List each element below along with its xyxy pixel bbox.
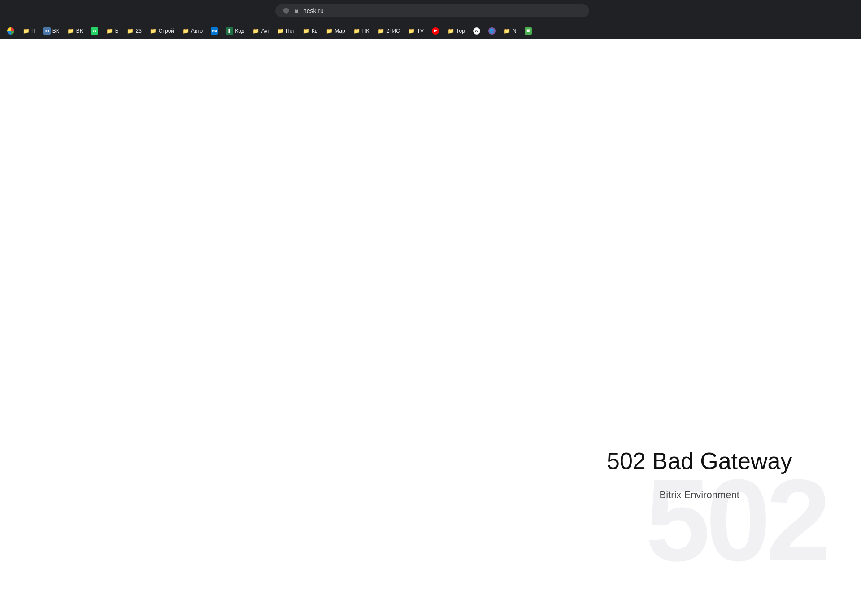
error-subtitle: Bitrix Environment — [607, 489, 792, 501]
ms-icon: MS — [211, 27, 218, 35]
folder-icon: 📁 — [150, 27, 157, 35]
bookmark-label: Пог — [286, 28, 295, 34]
folder-icon: 📁 — [377, 27, 384, 35]
page-content: 502 502 Bad Gateway Bitrix Environment — [0, 39, 861, 616]
address-bar-input[interactable]: nesk.ru — [275, 4, 589, 17]
lock-icon — [293, 8, 300, 14]
bookmark-vk2[interactable]: 📁 ВК — [64, 26, 87, 36]
bookmark-label: Avi — [261, 28, 269, 34]
bookmark-label: ВК — [52, 28, 59, 34]
youtube-icon: ▶ — [432, 27, 439, 35]
bookmark-label: Строй — [159, 28, 174, 34]
bookmark-wa[interactable]: W — [87, 26, 102, 36]
folder-icon: 📁 — [353, 27, 361, 35]
folder-icon: 📁 — [303, 27, 310, 35]
folder-icon: 📁 — [408, 27, 415, 35]
image-app-icon: ▣ — [525, 27, 532, 35]
bookmark-kv[interactable]: 📁 Кв — [299, 26, 321, 36]
bookmark-pk[interactable]: 📁 ПК — [350, 26, 373, 36]
bookmark-label: П — [31, 28, 35, 34]
bookmark-globe[interactable]: 🌐 — [485, 26, 499, 36]
folder-icon: 📁 — [326, 27, 333, 35]
bookmark-label: 23 — [136, 28, 142, 34]
address-bar: nesk.ru — [0, 0, 861, 22]
bookmark-label: N — [513, 28, 517, 34]
bookmarks-bar: 📁 П вк ВК 📁 ВК W 📁 Б 📁 23 📁 Строй 📁 — [0, 22, 861, 39]
bookmark-label: ВК — [76, 28, 83, 34]
bar-icon: ▌ — [226, 27, 233, 35]
bookmark-n[interactable]: 📁 N — [500, 26, 520, 36]
folder-icon: 📁 — [447, 27, 454, 35]
error-container: 502 Bad Gateway Bitrix Environment — [607, 447, 792, 501]
folder-icon: 📁 — [127, 27, 134, 35]
shield-icon — [283, 7, 290, 14]
divider — [607, 482, 792, 482]
bookmark-pog[interactable]: 📁 Пог — [273, 26, 298, 36]
folder-icon: 📁 — [182, 27, 189, 35]
bookmark-avto[interactable]: 📁 Авто — [178, 26, 206, 36]
bookmark-23[interactable]: 📁 23 — [123, 26, 145, 36]
bookmark-label: Тор — [456, 28, 465, 34]
error-title: 502 Bad Gateway — [607, 447, 792, 474]
bookmark-wiki[interactable]: W — [470, 26, 484, 36]
folder-icon: 📁 — [22, 27, 30, 35]
bookmark-vk[interactable]: вк ВК — [40, 26, 63, 36]
folder-icon: 📁 — [504, 27, 511, 35]
apps-icon — [7, 27, 14, 35]
folder-icon: 📁 — [252, 27, 260, 35]
bookmark-apps[interactable] — [4, 26, 18, 36]
bookmark-stroy[interactable]: 📁 Строй — [146, 26, 178, 36]
bookmark-kod[interactable]: ▌ Код — [222, 26, 248, 36]
bookmark-label: Код — [235, 28, 244, 34]
bookmark-avi[interactable]: 📁 Avi — [249, 26, 272, 36]
bookmark-tv[interactable]: 📁 TV — [404, 26, 427, 36]
svg-rect-0 — [295, 10, 298, 13]
bookmark-label: Кв — [312, 28, 317, 34]
wikipedia-icon: W — [473, 27, 480, 35]
bookmark-label: TV — [417, 28, 424, 34]
bookmark-p[interactable]: 📁 П — [19, 26, 39, 36]
bookmark-b[interactable]: 📁 Б — [103, 26, 122, 36]
bookmark-label: Авто — [191, 28, 203, 34]
bookmark-ms[interactable]: MS — [207, 26, 222, 36]
bookmark-top[interactable]: 📁 Тор — [444, 26, 469, 36]
browser-chrome: nesk.ru 📁 П вк ВК 📁 ВК W 📁 Б 📁 2 — [0, 0, 861, 39]
whatsapp-icon: W — [91, 27, 98, 35]
folder-icon: 📁 — [106, 27, 113, 35]
folder-icon: 📁 — [67, 27, 74, 35]
bookmark-label: ПК — [362, 28, 370, 34]
bookmark-label: 2ГИС — [386, 28, 400, 34]
bookmark-yt[interactable]: ▶ — [428, 26, 443, 36]
bookmark-label: Б — [115, 28, 119, 34]
vk-icon: вк — [43, 27, 51, 35]
bookmark-img[interactable]: ▣ — [521, 26, 535, 36]
bookmark-mag[interactable]: 📁 Мар — [322, 26, 348, 36]
bookmark-2gis[interactable]: 📁 2ГИС — [374, 26, 403, 36]
url-text: nesk.ru — [303, 7, 324, 14]
folder-icon: 📁 — [277, 27, 284, 35]
globe-icon: 🌐 — [488, 27, 496, 35]
bookmark-label: Мар — [335, 28, 345, 34]
